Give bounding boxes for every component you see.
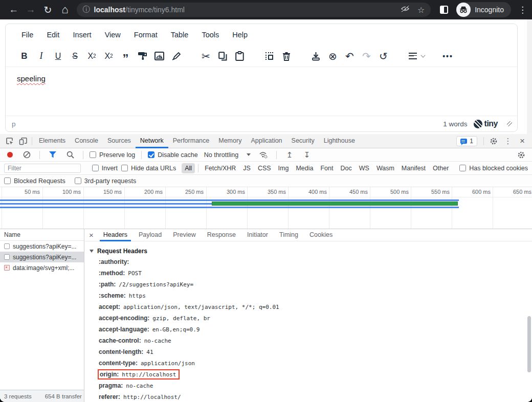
tab-response[interactable]: Response xyxy=(202,229,241,241)
strikethrough-button[interactable]: S xyxy=(66,48,83,64)
tab-console[interactable]: Console xyxy=(70,134,103,148)
restore-draft-icon[interactable]: ↺ xyxy=(375,48,392,64)
chip-media[interactable]: Media xyxy=(293,163,316,173)
more-toolbar-icon[interactable]: ••• xyxy=(439,48,456,64)
hide-data-urls-checkbox[interactable]: Hide data URLs xyxy=(121,165,176,172)
filter-input[interactable] xyxy=(4,164,81,173)
back-icon[interactable]: ← xyxy=(5,2,22,17)
details-scrollbar[interactable] xyxy=(527,316,531,372)
devtools-menu-icon[interactable]: ⋮ xyxy=(501,135,515,147)
menu-format[interactable]: Format xyxy=(127,28,164,41)
request-headers-section-title[interactable]: Request Headers xyxy=(90,246,532,256)
permanent-pen-icon[interactable] xyxy=(168,48,185,64)
chip-js[interactable]: JS xyxy=(240,163,254,173)
network-overview-timeline[interactable]: 50 ms 100 ms 150 ms 200 ms 250 ms 300 ms… xyxy=(0,187,532,229)
address-bar[interactable]: ⓘ localhost/tinymce/tiny6.html ☆ xyxy=(77,3,431,17)
import-har-icon[interactable]: ↥ xyxy=(283,149,296,161)
disable-cache-checkbox[interactable]: Disable cache xyxy=(148,151,198,159)
image-tools-icon[interactable] xyxy=(151,48,168,64)
chip-ws[interactable]: WS xyxy=(356,163,372,173)
tab-performance[interactable]: Performance xyxy=(168,134,214,148)
italic-button[interactable]: I xyxy=(33,48,50,64)
menu-tools[interactable]: Tools xyxy=(195,28,226,41)
network-conditions-icon[interactable] xyxy=(257,149,270,161)
tab-security[interactable]: Security xyxy=(287,134,319,148)
chip-manifest[interactable]: Manifest xyxy=(398,163,429,173)
reload-icon[interactable]: ↻ xyxy=(39,2,56,17)
menu-help[interactable]: Help xyxy=(226,28,254,41)
filter-icon[interactable] xyxy=(46,149,59,161)
tab-network[interactable]: Network xyxy=(136,134,168,148)
cancel-icon[interactable]: ⊗ xyxy=(324,48,341,64)
request-name-column-header[interactable]: Name xyxy=(0,229,84,241)
chip-wasm[interactable]: Wasm xyxy=(373,163,397,173)
underline-button[interactable]: U xyxy=(50,48,66,64)
menu-file[interactable]: File xyxy=(15,28,40,41)
bold-button[interactable]: B xyxy=(16,48,33,64)
devtools-settings-icon[interactable] xyxy=(487,135,500,147)
word-count[interactable]: 1 words xyxy=(443,120,467,128)
tab-cookies[interactable]: Cookies xyxy=(304,229,338,241)
tab-preview[interactable]: Preview xyxy=(167,229,201,241)
export-icon[interactable] xyxy=(307,48,324,64)
third-party-requests-checkbox[interactable]: 3rd-party requests xyxy=(75,177,136,185)
tab-lighthouse[interactable]: Lighthouse xyxy=(319,134,360,148)
blockquote-button[interactable]: ” xyxy=(117,48,134,64)
clear-icon[interactable] xyxy=(20,149,33,161)
chip-doc[interactable]: Doc xyxy=(338,163,355,173)
element-path[interactable]: p xyxy=(12,120,16,128)
browser-menu-icon[interactable]: ⋮ xyxy=(518,5,527,15)
chip-all[interactable]: All xyxy=(182,163,195,173)
chip-img[interactable]: Img xyxy=(275,163,292,173)
align-button[interactable] xyxy=(408,48,425,64)
preserve-log-checkbox[interactable]: Preserve log xyxy=(90,151,135,159)
select-all-icon[interactable] xyxy=(261,48,278,64)
resize-handle-icon[interactable] xyxy=(507,121,512,126)
request-row[interactable]: suggestions?apiKey=... xyxy=(0,241,84,252)
devtools-close-icon[interactable]: × xyxy=(516,135,529,147)
invert-checkbox[interactable]: Invert xyxy=(92,165,118,172)
menu-edit[interactable]: Edit xyxy=(40,28,66,41)
close-details-icon[interactable]: × xyxy=(89,231,94,239)
tiny-branding[interactable]: tiny xyxy=(474,119,498,128)
subscript-button[interactable]: X2 xyxy=(83,48,100,64)
issues-counter[interactable]: 1 xyxy=(456,136,477,146)
device-toolbar-icon[interactable] xyxy=(16,135,30,147)
tab-memory[interactable]: Memory xyxy=(214,134,246,148)
chip-font[interactable]: Font xyxy=(317,163,336,173)
tab-headers[interactable]: Headers xyxy=(98,229,133,241)
tab-initiator[interactable]: Initiator xyxy=(241,229,274,241)
tab-payload[interactable]: Payload xyxy=(133,229,167,241)
spellcheck-hidden-icon[interactable] xyxy=(400,5,410,15)
misspelled-word[interactable]: speeling xyxy=(17,74,46,83)
has-blocked-cookies-checkbox[interactable]: Has blocked cookies xyxy=(459,165,528,172)
export-har-icon[interactable]: ↧ xyxy=(300,149,314,161)
cut-icon[interactable]: ✂ xyxy=(197,48,214,64)
undo-icon[interactable]: ↶ xyxy=(341,48,358,64)
bookmark-star-icon[interactable]: ☆ xyxy=(417,5,425,15)
side-panel-icon[interactable] xyxy=(440,6,448,14)
tab-sources[interactable]: Sources xyxy=(103,134,136,148)
menu-table[interactable]: Table xyxy=(164,28,195,41)
home-icon[interactable]: ⌂ xyxy=(56,2,73,17)
menu-insert[interactable]: Insert xyxy=(66,28,98,41)
copy-icon[interactable] xyxy=(214,48,231,64)
menu-view[interactable]: View xyxy=(98,28,127,41)
forward-icon[interactable]: → xyxy=(22,2,39,17)
chip-css[interactable]: CSS xyxy=(255,163,274,173)
paste-icon[interactable] xyxy=(231,48,248,64)
search-icon[interactable] xyxy=(63,149,77,161)
delete-icon[interactable] xyxy=(278,48,295,64)
record-icon[interactable] xyxy=(7,152,13,158)
editor-content[interactable]: speeling xyxy=(6,67,517,116)
superscript-button[interactable]: X2 xyxy=(100,48,117,64)
inspect-element-icon[interactable] xyxy=(3,135,16,147)
chip-fetch-xhr[interactable]: Fetch/XHR xyxy=(202,163,239,173)
site-info-icon[interactable]: ⓘ xyxy=(83,5,90,14)
tab-timing[interactable]: Timing xyxy=(274,229,304,241)
incognito-badge[interactable]: Incognito xyxy=(456,2,511,17)
blocked-requests-checkbox[interactable]: Blocked Requests xyxy=(4,177,65,185)
page-scrollbar[interactable] xyxy=(527,19,532,134)
redo-icon[interactable]: ↷ xyxy=(358,48,375,64)
tab-application[interactable]: Application xyxy=(246,134,286,148)
